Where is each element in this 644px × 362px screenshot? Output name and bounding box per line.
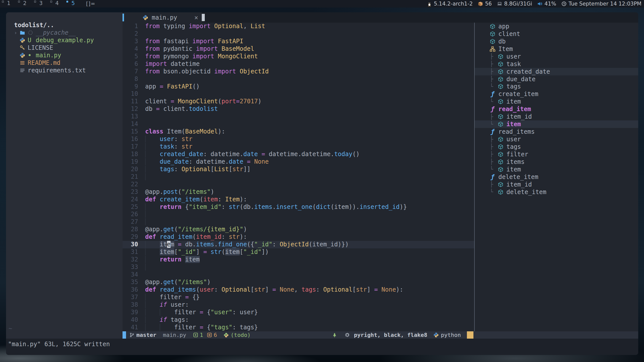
symbol-tags[interactable]: ├tags [475,143,638,151]
code-line[interactable]: 7from bson.objectid import ObjectId [123,68,474,75]
code-token: import [192,38,214,45]
code-token [145,158,160,165]
line-number: 16 [123,135,138,143]
code-line[interactable]: 13 [123,113,474,120]
line-number: 29 [123,233,138,241]
code-line[interactable]: 40 if tags: [123,316,474,324]
symbol-delete_item[interactable]: ƒdelete_item [475,173,638,181]
symbol-app[interactable]: app [475,23,638,30]
code-line[interactable]: 9app = FastAPI() [123,83,474,90]
code-line[interactable]: 11client = MongoClient(port=27017) [123,98,474,105]
workspace-button-1[interactable]: 1 [0,0,16,8]
code-line[interactable]: 23@app.post("/items") [123,188,474,196]
code-line[interactable]: 29def read_item(item_id: str): [123,233,474,241]
code-line[interactable]: 12db = client.todolist [123,105,474,113]
code-editor[interactable]: 1from typing import Optional, List23from… [123,23,475,331]
symbol-user[interactable]: ├user [475,135,638,143]
code-line[interactable]: 35@app.get("/items") [123,279,474,286]
tree-item-__pycache__[interactable]: ›__pycache__ [14,29,123,36]
symbol-item[interactable]: └item [475,98,638,105]
code-line[interactable]: 22 [123,181,474,188]
variable-icon [498,54,503,59]
workspace-button-2[interactable]: 2 [16,0,32,8]
code-token: today [334,151,352,158]
code-line[interactable]: 14 [123,120,474,128]
code-line[interactable]: 34 [123,271,474,279]
code-line[interactable]: 17 task: str [123,143,474,151]
symbol-item[interactable]: └item [475,120,638,128]
symbol-filter[interactable]: ├filter [475,151,638,158]
symbol-label: task [506,61,521,68]
code-line[interactable]: 16 user: str [123,135,474,143]
workspace-button-5[interactable]: 5 [64,0,80,8]
tree-item-requirements.txt[interactable]: requirements.txt [14,67,123,74]
code-line[interactable]: 27 [123,218,474,226]
workspace-button-4[interactable]: 4 [48,0,64,8]
statusline-tail [473,331,638,339]
code-line[interactable]: 5from pymongo import MongoClient [123,53,474,60]
code-line[interactable]: 19 due_date: datetime.date = None [123,158,474,166]
code-line[interactable]: 41 filter = {"tags": tags} [123,324,474,331]
code-token: ( [174,226,178,233]
symbol-task[interactable]: ├task [475,60,638,68]
symbol-client[interactable]: client [475,30,638,38]
code-line[interactable]: 24def create_item(item: Item): [123,196,474,203]
code-line[interactable]: 8 [123,75,474,83]
code-line[interactable]: 32 return item [123,256,474,263]
symbol-db[interactable]: db [475,38,638,45]
symbol-item_id[interactable]: ├item_id [475,113,638,120]
code-line[interactable]: 6import datetime [123,60,474,68]
system-status-text: 5.14.2-arch1-2 [434,1,473,7]
tree-root-label[interactable]: todolist/.. [14,21,123,29]
code-line[interactable]: 20 tags: Optional[List[str]] [123,166,474,173]
symbol-items[interactable]: ├items [475,158,638,166]
code-line[interactable]: 28@app.get("/items/{item_id}") [123,226,474,233]
symbol-user[interactable]: ├user [475,53,638,60]
code-line[interactable]: 1from typing import Optional, List [123,23,474,30]
symbol-item[interactable]: └item [475,166,638,173]
symbol-due_date[interactable]: ├due_date [475,75,638,83]
code-token [145,294,160,301]
tab-close-icon[interactable]: × [194,14,198,21]
code-line[interactable]: 36def read_items(user: Optional[str] = N… [123,286,474,294]
symbol-item_id[interactable]: ├item_id [475,181,638,188]
symbol-create_item[interactable]: ƒcreate_item [475,90,638,98]
scroll-position-indicator[interactable] [467,331,473,339]
code-line[interactable]: 4from pydantic import BaseModel [123,45,474,53]
tree-item-main.py[interactable]: •main.py [14,52,123,59]
code-line[interactable]: 38 if user: [123,301,474,309]
git-branch[interactable]: master [130,332,156,338]
code-line[interactable]: 15class Item(BaseModel): [123,128,474,135]
symbol-Item[interactable]: Item [475,45,638,53]
code-token: = [178,241,181,248]
symbol-created_date[interactable]: ├created_date [475,68,638,75]
code-line[interactable]: 3from fastapi import FastAPI [123,38,474,45]
code-token: from [145,23,160,30]
code-line[interactable]: 25 return {"item_id": str(db.items.inser… [123,203,474,211]
tree-item-debug_example.py[interactable]: Udebug_example.py [14,36,123,44]
tree-item-README.md[interactable]: README.md [14,59,123,67]
symbol-read_items[interactable]: ƒread_items [475,128,638,135]
code-token: ) [258,98,261,105]
symbol-read_item[interactable]: ƒread_item [475,105,638,113]
code-line[interactable]: 21 [123,173,474,181]
code-line[interactable]: 33 [123,263,474,271]
code-line[interactable]: 39 filter = {"user": user} [123,309,474,316]
tree-item-LICENSE[interactable]: LICENSE [14,44,123,52]
workspace-button-3[interactable]: 3 [32,0,48,8]
code-line[interactable]: 30 item = db.items.find_one({"_id": Obje… [123,241,474,248]
tab-main.py[interactable]: main.py× [123,12,202,23]
code-token: due_date [160,158,189,165]
symbol-delete_item[interactable]: └delete_item [475,188,638,196]
code-line[interactable]: 26 [123,211,474,218]
code-line[interactable]: 37 filter = {} [123,294,474,301]
code-line[interactable]: 10 [123,90,474,98]
code-line[interactable]: 2 [123,30,474,38]
code-line[interactable]: 18 created_date: datetime.date = datetim… [123,151,474,158]
code-line[interactable]: 31 item["_id"] = str(item["_id"]) [123,248,474,256]
symbol-tags[interactable]: └tags [475,83,638,90]
tree-connector: ├ [490,181,498,188]
line-number: 35 [123,279,138,286]
workspace-list: 12345 [0,0,80,8]
code-token: tags [301,286,316,293]
